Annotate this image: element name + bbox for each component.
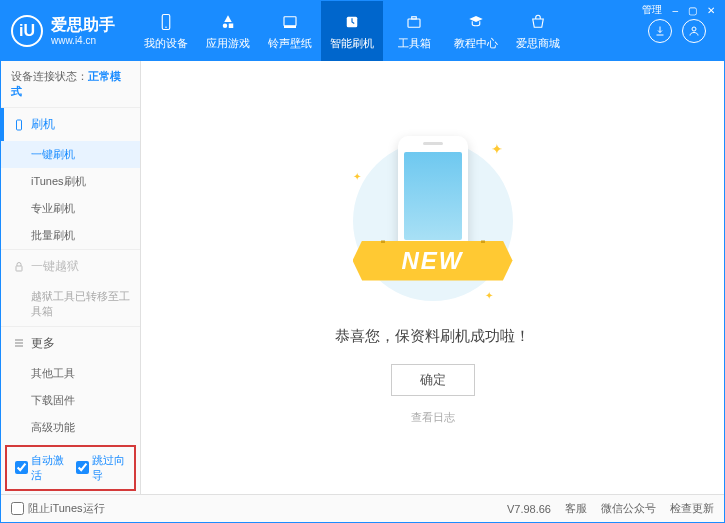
close-icon[interactable]: ✕	[704, 5, 718, 16]
window-controls: 管理 – ▢ ✕	[639, 3, 718, 17]
lock-icon	[13, 261, 25, 273]
sidebar-item-itunes-flash[interactable]: iTunes刷机	[1, 168, 140, 195]
toolbox-icon	[404, 12, 424, 32]
nav-tab-label: 应用游戏	[206, 36, 250, 51]
nav-tab-tutorials[interactable]: 教程中心	[445, 1, 507, 61]
svg-rect-5	[284, 25, 296, 27]
view-log-link[interactable]: 查看日志	[411, 410, 455, 425]
list-icon	[13, 337, 25, 349]
wallpaper-icon	[280, 12, 300, 32]
svg-rect-8	[412, 16, 417, 18]
download-button[interactable]	[648, 19, 672, 43]
wechat-link[interactable]: 微信公众号	[601, 501, 656, 516]
brand: iU 爱思助手 www.i4.cn	[11, 15, 115, 47]
svg-point-1	[165, 26, 167, 28]
svg-rect-11	[16, 266, 22, 271]
sidebar-head-flash[interactable]: 刷机	[1, 108, 140, 141]
nav-tab-apps[interactable]: 应用游戏	[197, 1, 259, 61]
brand-logo-icon: iU	[11, 15, 43, 47]
customer-service-link[interactable]: 客服	[565, 501, 587, 516]
skip-guide-checkbox[interactable]: 跳过向导	[76, 453, 127, 483]
sidebar-head-jailbreak: 一键越狱	[1, 250, 140, 283]
version-label: V7.98.66	[507, 503, 551, 515]
sidebar-item-batch-flash[interactable]: 批量刷机	[1, 222, 140, 249]
svg-point-9	[692, 27, 696, 31]
auto-activate-checkbox[interactable]: 自动激活	[15, 453, 66, 483]
svg-rect-7	[408, 19, 420, 27]
svg-rect-10	[17, 120, 22, 130]
nav-tab-store[interactable]: 爱思商城	[507, 1, 569, 61]
nav-tab-label: 教程中心	[454, 36, 498, 51]
nav-tab-label: 智能刷机	[330, 36, 374, 51]
ok-button[interactable]: 确定	[391, 364, 475, 396]
maximize-icon[interactable]: ▢	[685, 5, 700, 16]
nav-tab-device[interactable]: 我的设备	[135, 1, 197, 61]
main-content: ✦ ✦ ✦ NEW 恭喜您，保资料刷机成功啦！ 确定 查看日志	[141, 61, 724, 494]
block-itunes-checkbox[interactable]: 阻止iTunes运行	[11, 501, 105, 516]
nav-tab-flash[interactable]: 智能刷机	[321, 1, 383, 61]
phone-small-icon	[13, 119, 25, 131]
nav-tab-label: 爱思商城	[516, 36, 560, 51]
phone-icon	[156, 12, 176, 32]
brand-title: 爱思助手	[51, 15, 115, 34]
sidebar-item-advanced[interactable]: 高级功能	[1, 414, 140, 441]
sidebar: 设备连接状态：正常模式 刷机 一键刷机 iTunes刷机 专业刷机 批量刷机 一…	[1, 61, 141, 494]
flash-icon	[342, 12, 362, 32]
nav-tabs: 我的设备 应用游戏 铃声壁纸 智能刷机 工具箱 教程中心	[135, 1, 648, 61]
nav-tab-label: 我的设备	[144, 36, 188, 51]
footer: 阻止iTunes运行 V7.98.66 客服 微信公众号 检查更新	[1, 494, 724, 522]
svg-rect-3	[229, 23, 234, 28]
success-illustration: ✦ ✦ ✦ NEW	[343, 131, 523, 311]
nav-tab-toolbox[interactable]: 工具箱	[383, 1, 445, 61]
body: 设备连接状态：正常模式 刷机 一键刷机 iTunes刷机 专业刷机 批量刷机 一…	[1, 61, 724, 494]
manage-link[interactable]: 管理	[639, 3, 665, 17]
new-banner: NEW	[353, 241, 513, 281]
sidebar-item-other-tools[interactable]: 其他工具	[1, 360, 140, 387]
apps-icon	[218, 12, 238, 32]
tutorial-icon	[466, 12, 486, 32]
nav-tab-ringtones[interactable]: 铃声壁纸	[259, 1, 321, 61]
brand-url: www.i4.cn	[51, 35, 115, 47]
sidebar-item-download-fw[interactable]: 下载固件	[1, 387, 140, 414]
svg-rect-4	[284, 16, 296, 25]
app-window: 管理 – ▢ ✕ iU 爱思助手 www.i4.cn 我的设备 应用游戏 铃声壁	[0, 0, 725, 523]
minimize-icon[interactable]: –	[669, 5, 681, 16]
jailbreak-note: 越狱工具已转移至工具箱	[1, 283, 140, 326]
header: 管理 – ▢ ✕ iU 爱思助手 www.i4.cn 我的设备 应用游戏 铃声壁	[1, 1, 724, 61]
nav-tab-label: 工具箱	[398, 36, 431, 51]
nav-tab-label: 铃声壁纸	[268, 36, 312, 51]
user-button[interactable]	[682, 19, 706, 43]
connection-status: 设备连接状态：正常模式	[1, 61, 140, 107]
sidebar-head-more[interactable]: 更多	[1, 327, 140, 360]
success-message: 恭喜您，保资料刷机成功啦！	[335, 327, 530, 346]
svg-point-2	[223, 23, 228, 28]
checkbox-options: 自动激活 跳过向导	[5, 445, 136, 491]
store-icon	[528, 12, 548, 32]
sidebar-item-oneclick-flash[interactable]: 一键刷机	[1, 141, 140, 168]
sidebar-item-pro-flash[interactable]: 专业刷机	[1, 195, 140, 222]
check-update-link[interactable]: 检查更新	[670, 501, 714, 516]
